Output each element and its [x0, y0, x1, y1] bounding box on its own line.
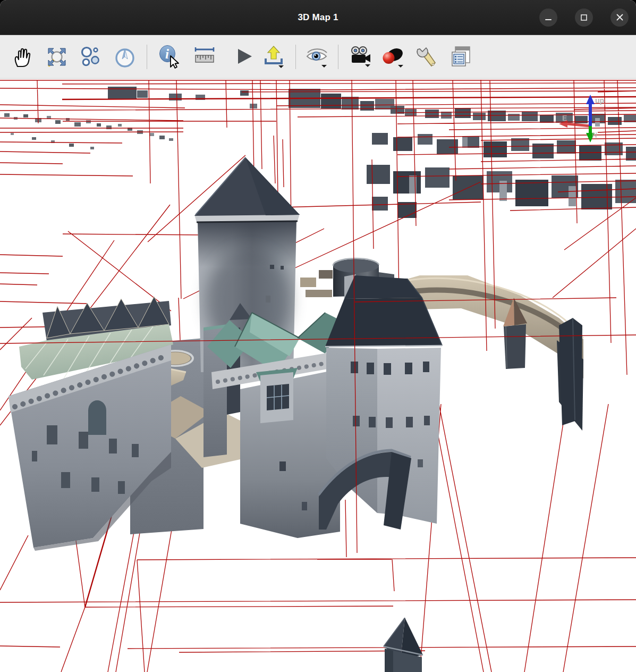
eye-icon [305, 45, 329, 69]
window-controls [522, 0, 629, 35]
tools-button[interactable] [413, 43, 440, 71]
measure-button[interactable] [191, 43, 218, 71]
window-title: 3D Map 1 [298, 12, 338, 23]
compass-icon [113, 45, 137, 69]
info-cursor-icon: i [157, 45, 181, 69]
toolbar-separator [338, 45, 338, 69]
play-flight-button[interactable] [231, 43, 257, 71]
axis-north-label: N [592, 131, 597, 139]
sphere-mode-button[interactable] [379, 43, 406, 71]
wrench-icon [414, 45, 439, 69]
red-sphere-icon [380, 45, 405, 69]
close-button[interactable] [610, 9, 629, 27]
report-button[interactable] [448, 43, 475, 71]
record-movie-button[interactable] [346, 43, 373, 71]
axis-east-label: E [562, 114, 567, 122]
pan-hand-icon [11, 45, 35, 69]
minimize-button[interactable] [539, 9, 557, 27]
zoom-arrows-icon [45, 45, 69, 69]
minimize-icon [545, 14, 552, 21]
visibility-button[interactable] [304, 43, 330, 71]
dropdown-arrow-icon [365, 64, 370, 67]
close-icon [616, 13, 624, 21]
select-objects-button[interactable] [78, 43, 104, 71]
query-info-button[interactable]: i [156, 43, 182, 71]
maximize-button[interactable] [575, 9, 593, 27]
svg-text:i: i [165, 47, 169, 61]
app-window: 3D Map 1 [0, 0, 636, 672]
dropdown-arrow-icon [278, 65, 284, 68]
toolbar: i [0, 35, 636, 79]
zoom-extents-button[interactable] [44, 43, 70, 71]
pan-tool-button[interactable] [10, 43, 36, 71]
scene-canvas: up E N [0, 79, 636, 672]
report-window-icon [450, 45, 474, 69]
map-3d-viewport[interactable]: up E N [0, 79, 636, 672]
ruler-icon [192, 45, 217, 69]
play-icon [232, 45, 256, 69]
maximize-icon [580, 14, 588, 21]
toolbar-separator [147, 45, 147, 69]
circles-icon [79, 45, 103, 69]
compass-button[interactable] [112, 43, 138, 71]
movie-camera-icon [347, 45, 372, 69]
toolbar-separator [295, 45, 296, 69]
dropdown-arrow-icon [321, 65, 327, 68]
titlebar[interactable]: 3D Map 1 [0, 0, 636, 35]
dropdown-arrow-icon [398, 65, 403, 68]
publish-arrow-icon [261, 45, 286, 69]
publish-button[interactable] [260, 43, 287, 71]
axis-up-label: up [595, 96, 604, 105]
